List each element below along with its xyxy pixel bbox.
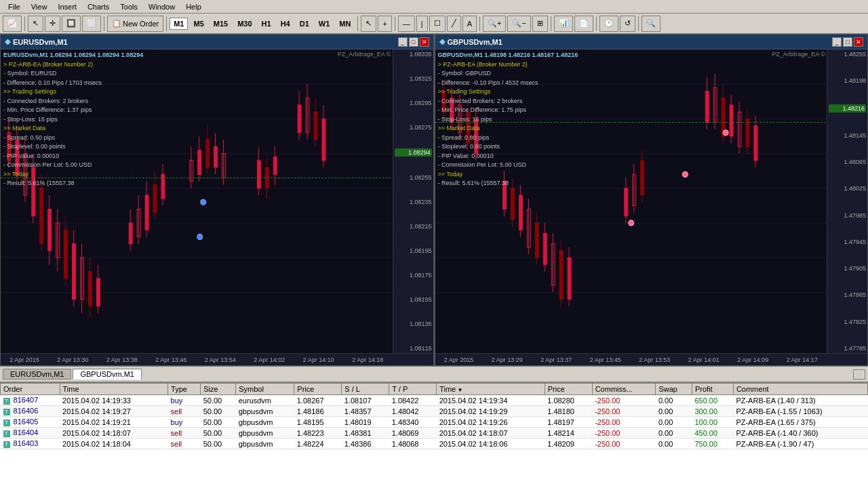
chart-eurusd-minimize[interactable]: _	[398, 37, 408, 47]
tf-m1[interactable]: M1	[170, 18, 188, 30]
menu-tools[interactable]: Tools	[115, 1, 143, 12]
table-row[interactable]: T 816407 2015.04.02 14:19:33 buy 50.00 e…	[1, 395, 868, 406]
col-size[interactable]: Size	[201, 384, 236, 395]
col-commission[interactable]: Commiss...	[592, 384, 656, 395]
cell-type: sell	[168, 439, 201, 449]
tf-m15[interactable]: M15	[210, 18, 232, 30]
cell-price2: 1.48197	[545, 417, 592, 428]
menu-file[interactable]: File	[3, 1, 26, 12]
chart-gbpusd-content[interactable]: GBPUSDvm,M1 1.48198 1.48216 1.48167 1.48…	[435, 49, 868, 353]
time-btn[interactable]: 🕐	[599, 16, 618, 32]
chart-gbpusd-close[interactable]: ✕	[854, 37, 863, 47]
col-time2[interactable]: Time	[437, 384, 545, 395]
col-symbol[interactable]: Symbol	[236, 384, 294, 395]
hline-btn[interactable]: —	[398, 16, 415, 32]
chart-eurusd-result: - Result: 5.61% (15557.38	[3, 179, 143, 188]
cell-time2: 2015.04.02 14:19:26	[437, 417, 545, 428]
separator-2	[104, 16, 104, 31]
tf-w1[interactable]: W1	[315, 18, 334, 30]
chart-tabs-bar: EURUSDvm,M1 GBPUSDvm,M1 ▶	[0, 366, 868, 382]
zoom-out-btn[interactable]: 🔍−	[507, 16, 530, 32]
svg-rect-87	[511, 188, 514, 220]
col-type[interactable]: Type	[168, 384, 201, 395]
chart-eurusd-close[interactable]: ✕	[420, 37, 429, 47]
cell-profit: 100.00	[692, 417, 733, 428]
indicators-btn[interactable]: 📊	[554, 16, 573, 32]
chart-eurusd-price-axis: 1.08335 1.08315 1.08295 1.08275 1.08294 …	[393, 49, 433, 353]
search-btn[interactable]: 🔍	[642, 16, 660, 32]
time-5: 2 Apr 14:02	[254, 357, 285, 363]
template-btn[interactable]: 📄	[574, 16, 593, 32]
tf-mn[interactable]: MN	[335, 18, 355, 30]
chart-eurusd-content[interactable]: EURUSDvm,M1 1.08294 1.08294 1.08294 1.08…	[1, 49, 433, 353]
svg-rect-101	[568, 258, 571, 299]
cell-price1: 1.48186	[294, 406, 342, 417]
table-row[interactable]: T 816405 2015.04.02 14:19:21 buy 50.00 g…	[1, 417, 868, 428]
chart-tab-gbpusd[interactable]: GBPUSDvm,M1	[73, 369, 141, 380]
chart-tab-eurusd[interactable]: EURUSDvm,M1	[3, 369, 71, 380]
col-price1[interactable]: Price	[294, 384, 342, 395]
gbp-time-2: 2 Apr 13:37	[540, 357, 572, 363]
orders-table[interactable]: Order Time Type Size Symbol Price S / L …	[0, 383, 868, 488]
plus-btn[interactable]: +	[378, 16, 391, 32]
chart-gbpusd-minimize[interactable]: _	[832, 37, 842, 47]
zoom-in-btn2[interactable]: 🔍+	[483, 16, 506, 32]
col-price2[interactable]: Price	[545, 384, 592, 395]
price-3: 1.08295	[395, 100, 432, 106]
col-swap[interactable]: Swap	[656, 384, 692, 395]
rect-btn[interactable]: ☐	[429, 16, 446, 32]
cursor-btn[interactable]: ↖	[361, 16, 376, 32]
tf-h1[interactable]: H1	[258, 18, 275, 30]
col-order[interactable]: Order	[1, 384, 60, 395]
col-tp[interactable]: T / P	[389, 384, 437, 395]
cell-tp: 1.08422	[389, 395, 437, 406]
tf-d1[interactable]: D1	[296, 18, 313, 30]
fullscreen-btn[interactable]: ⊞	[532, 16, 548, 32]
chart-eurusd-diff: - Difference: 0.10 Pips / 1703 msecs	[3, 79, 143, 88]
table-row[interactable]: T 816403 2015.04.02 14:18:04 sell 50.00 …	[1, 439, 868, 449]
chart-gbpusd-maximize[interactable]: □	[843, 37, 852, 47]
text-btn[interactable]: A	[462, 16, 477, 32]
arrow-tool-button[interactable]: ↖	[28, 16, 43, 32]
menu-insert[interactable]: Insert	[52, 1, 82, 12]
chart-gbpusd-spread: - Spread: 0.80 pips	[438, 134, 578, 143]
vline-btn[interactable]: |	[416, 16, 428, 32]
chart-gbpusd-titlebar[interactable]: ◆ GBPUSDvm,M1 _ □ ✕	[435, 35, 868, 49]
cell-sl: 1.08107	[342, 395, 389, 406]
tf-h4[interactable]: H4	[277, 18, 294, 30]
menu-view[interactable]: View	[26, 1, 53, 12]
table-row[interactable]: T 816406 2015.04.02 14:19:27 sell 50.00 …	[1, 406, 868, 417]
table-row[interactable]: T 816404 2015.04.02 14:18:07 sell 50.00 …	[1, 428, 868, 439]
menu-help[interactable]: Help	[180, 1, 207, 12]
period-sep-button[interactable]: ⬜	[82, 16, 101, 32]
tf-m30[interactable]: M30	[233, 18, 256, 30]
col-time1[interactable]: Time	[60, 384, 168, 395]
trend-btn[interactable]: ╱	[447, 16, 461, 32]
col-sl[interactable]: S / L	[342, 384, 389, 395]
refresh-btn[interactable]: ↺	[620, 16, 635, 32]
new-chart-button[interactable]: 📈	[3, 16, 22, 32]
cell-sl: 1.48386	[342, 439, 389, 449]
col-profit[interactable]: Profit	[692, 384, 733, 395]
crosshair-button[interactable]: ✛	[45, 16, 60, 32]
tf-m5[interactable]: M5	[189, 18, 208, 30]
chart-eurusd-controls: _ □ ✕	[398, 37, 429, 47]
menu-charts[interactable]: Charts	[82, 1, 115, 12]
chart-tab-scroll[interactable]: ▶	[853, 369, 865, 380]
chart-eurusd-maximize[interactable]: □	[409, 37, 418, 47]
zoom-in-button[interactable]: 🔲	[62, 16, 81, 32]
chart-eurusd-ohlc: EURUSDvm,M1 1.08294 1.08294 1.08294 1.08…	[3, 51, 143, 60]
cell-sl: 1.48357	[342, 406, 389, 417]
time-7: 2 Apr 14:18	[352, 357, 383, 363]
separator-8	[596, 16, 597, 31]
cell-commission: -250.00	[592, 439, 656, 449]
col-comment[interactable]: Comment	[733, 384, 867, 395]
chart-eurusd-brokers: - Connected Brokers: 2 brokers	[3, 97, 143, 106]
chart-eurusd-title: EURUSDvm,M1	[13, 38, 68, 46]
chart-eurusd-titlebar[interactable]: ◆ EURUSDvm,M1 _ □ ✕	[1, 35, 433, 49]
price-5: 1.08255	[395, 174, 432, 181]
new-order-button[interactable]: 📋 New Order	[107, 16, 163, 32]
menu-window[interactable]: Window	[143, 1, 180, 12]
cell-time1: 2015.04.02 14:18:04	[60, 439, 168, 449]
cell-order: T 816403	[1, 439, 60, 449]
